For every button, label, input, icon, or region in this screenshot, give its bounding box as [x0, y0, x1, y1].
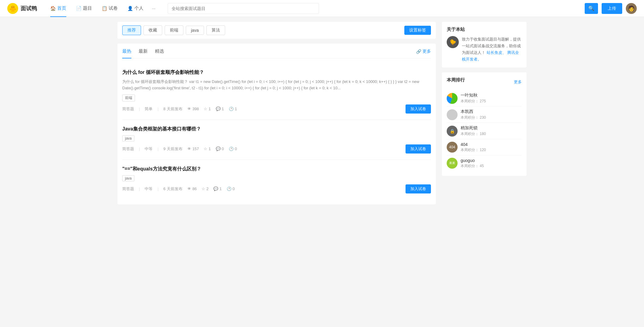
question-meta: 简答题 | 简单 | 8 天前发布 👁 398 ☆ 1 [122, 106, 237, 112]
rank-card: 本周排行 更多 一叶知秋 本周积分： 275 本凯西 [442, 72, 527, 176]
rank-name-2: 本凯西 [461, 109, 522, 114]
upload-button[interactable]: 上传 [602, 3, 622, 14]
history-count: 🕐 1 [229, 107, 237, 111]
question-item: 为什么 for 循环嵌套顺序会影响性能？ 为什么 for 循环嵌套顺序会影响性能… [122, 63, 431, 120]
papers-nav-icon: 📋 [102, 6, 107, 11]
question-difficulty: 简单 [145, 106, 153, 112]
rank-title: 本周排行 [447, 77, 465, 83]
content-area: 推荐 收藏 前端 java 算法 设置标签 最热 最新 精选 🔗 更多 为什么 … [117, 22, 436, 204]
question-title[interactable]: "=="和equals方法究竟有什么区别？ [122, 166, 431, 172]
tag-recommended[interactable]: 推荐 [122, 25, 141, 35]
home-nav-icon: 🏠 [50, 6, 56, 11]
question-footer: 简答题 | 简单 | 8 天前发布 👁 398 ☆ 1 [122, 104, 431, 114]
about-description: 致力于收集面试题目与题解，提供一站式面试备战交流服务，助你成为面试达人！ 站长鱼… [462, 36, 522, 63]
question-tags: java [122, 135, 431, 141]
question-tag[interactable]: 前端 [122, 94, 135, 101]
user-avatar[interactable]: 🧑 [626, 3, 637, 14]
about-title: 关于本站 [447, 27, 522, 32]
logo-text: 面试鸭 [21, 5, 37, 12]
question-difficulty: 中等 [145, 146, 153, 152]
question-footer: 简答题 | 中等 | 6 天前发布 👁 86 ☆ 2 [122, 184, 431, 193]
question-meta: 简答题 | 中等 | 6 天前发布 👁 86 ☆ 2 [122, 186, 235, 192]
nav-more[interactable]: ··· [150, 6, 158, 11]
comment-count: 💬 1 [213, 187, 222, 191]
about-card: 关于本站 🐤 致力于收集面试题目与题解，提供一站式面试备战交流服务，助你成为面试… [442, 22, 527, 68]
add-to-exam-button-3[interactable]: 加入试卷 [406, 184, 431, 193]
rank-name-1: 一叶知秋 [461, 93, 522, 98]
tag-java[interactable]: java [186, 26, 204, 35]
view-count: 👁 157 [187, 147, 199, 151]
rank-item: 🔒 稍加死锁 本周积分： 180 [447, 123, 522, 139]
history-count: 🕐 0 [229, 147, 237, 151]
clock-icon: 🕐 [229, 147, 234, 151]
question-title[interactable]: Java集合类框架的基本接口有哪些？ [122, 126, 431, 132]
question-type: 简答题 [122, 146, 134, 152]
question-meta: 简答题 | 中等 | 9 天前发布 👁 157 ☆ 1 [122, 146, 237, 152]
rank-info-4: 404 本周积分： 120 [461, 142, 522, 153]
about-link-1[interactable]: 站长鱼皮、 [487, 50, 506, 55]
more-link[interactable]: 🔗 更多 [416, 49, 431, 58]
rank-name-5: guoguo [461, 158, 522, 163]
rank-info-5: guoguo 本周积分： 45 [461, 158, 522, 169]
clock-icon: 🕐 [229, 107, 234, 111]
nav-questions[interactable]: 📄 题目 [72, 0, 96, 17]
question-tag[interactable]: java [122, 175, 134, 181]
eye-icon: 👁 [187, 147, 191, 151]
tab-latest[interactable]: 最新 [139, 48, 148, 58]
add-to-exam-button-2[interactable]: 加入试卷 [406, 144, 431, 154]
tags-bar: 推荐 收藏 前端 java 算法 设置标签 [117, 22, 436, 39]
question-type: 简答题 [122, 186, 134, 192]
rank-item: 一叶知秋 本周积分： 275 [447, 90, 522, 107]
comment-icon: 💬 [216, 147, 221, 151]
set-tags-button[interactable]: 设置标签 [404, 26, 431, 35]
rank-item: 果果 guoguo 本周积分： 45 [447, 155, 522, 171]
rank-avatar-5: 果果 [447, 158, 458, 169]
rank-avatar-1 [447, 93, 458, 104]
tag-favorites[interactable]: 收藏 [143, 25, 162, 35]
rank-info-1: 一叶知秋 本周积分： 275 [461, 93, 522, 104]
tab-featured[interactable]: 精选 [155, 48, 164, 58]
question-footer: 简答题 | 中等 | 9 天前发布 👁 157 ☆ 1 [122, 144, 431, 154]
comment-count: 💬 0 [216, 147, 224, 151]
navbar: 🐥 面试鸭 🏠 首页 📄 题目 📋 试卷 👤 个人 ··· 🔍 上传 🧑 [0, 0, 644, 17]
tab-hot[interactable]: 最热 [122, 48, 131, 58]
question-item: Java集合类框架的基本接口有哪些？ java 简答题 | 中等 | 9 天前发… [122, 120, 431, 160]
question-tag[interactable]: java [122, 135, 134, 141]
rank-name-4: 404 [461, 142, 522, 147]
star-count: ☆ 1 [204, 107, 211, 111]
star-icon: ☆ [204, 147, 207, 151]
sidebar: 关于本站 🐤 致力于收集面试题目与题解，提供一站式面试备战交流服务，助你成为面试… [442, 22, 527, 204]
comment-icon: 💬 [216, 107, 221, 111]
questions-nav-icon: 📄 [76, 6, 82, 11]
tag-algorithm[interactable]: 算法 [206, 25, 225, 35]
rank-avatar-2 [447, 109, 458, 120]
rank-more-link[interactable]: 更多 [514, 79, 522, 85]
question-excerpt: 为什么 for 循环嵌套顺序会影响性能？ var t1 = new Date()… [122, 79, 431, 91]
rank-item: 本凯西 本周积分： 230 [447, 107, 522, 123]
comment-count: 💬 1 [216, 107, 224, 111]
search-area [168, 3, 319, 14]
nav-papers[interactable]: 📋 试卷 [98, 0, 121, 17]
question-difficulty: 中等 [145, 186, 153, 192]
star-icon: ☆ [204, 107, 207, 111]
about-section: 🐤 致力于收集面试题目与题解，提供一站式面试备战交流服务，助你成为面试达人！ 站… [447, 36, 522, 63]
clock-icon: 🕐 [227, 187, 232, 191]
about-avatar: 🐤 [447, 36, 459, 48]
question-time: 6 天前发布 [163, 186, 182, 192]
rank-item: 404 404 本周积分： 120 [447, 139, 522, 155]
add-to-exam-button-1[interactable]: 加入试卷 [406, 104, 431, 114]
eye-icon: 👁 [187, 187, 191, 191]
nav-home[interactable]: 🏠 首页 [47, 0, 70, 17]
question-tags: java [122, 175, 431, 181]
nav-profile[interactable]: 👤 个人 [124, 0, 147, 17]
content-card: 最热 最新 精选 🔗 更多 为什么 for 循环嵌套顺序会影响性能？ 为什么 f… [117, 44, 436, 204]
nav-links: 🏠 首页 📄 题目 📋 试卷 👤 个人 ··· [47, 0, 158, 17]
question-title[interactable]: 为什么 for 循环嵌套顺序会影响性能？ [122, 69, 431, 76]
rank-score-1: 本周积分： 275 [461, 99, 522, 104]
logo-icon: 🐥 [7, 3, 18, 14]
tag-frontend[interactable]: 前端 [165, 25, 183, 35]
search-button[interactable]: 🔍 [585, 3, 598, 14]
search-input[interactable] [168, 3, 319, 14]
logo[interactable]: 🐥 面试鸭 [7, 3, 37, 14]
profile-nav-icon: 👤 [127, 6, 133, 11]
